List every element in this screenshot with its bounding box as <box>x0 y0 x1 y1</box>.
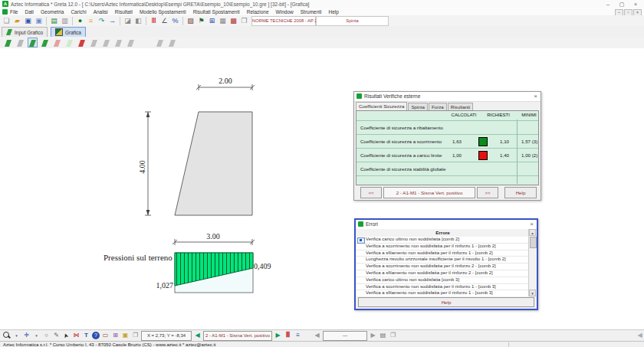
spinta-button[interactable]: Spinta <box>316 16 389 26</box>
menu-analisi[interactable]: Analisi <box>94 9 108 15</box>
menu-file[interactable]: File <box>10 9 18 15</box>
menu-carichi[interactable]: Carichi <box>71 9 86 15</box>
text-tool-icon[interactable]: T <box>82 331 90 340</box>
error-row[interactable]: Verifica a sfilamento non soddisfatta pe… <box>356 290 529 296</box>
pan-icon[interactable]: ✛ <box>22 331 31 340</box>
save-icon[interactable]: ▣ <box>23 16 33 26</box>
menu-modello-spostamenti[interactable]: Modello Spostamenti <box>140 9 186 15</box>
errors-help-button[interactable]: Help <box>358 297 534 307</box>
grid-icon[interactable]: ⊞ <box>207 16 217 26</box>
close-icon[interactable]: × <box>534 93 537 100</box>
combination-selector[interactable]: 2 - A1-M1 - Sisma Vert. positivo <box>383 187 475 198</box>
wall-view-8[interactable] <box>89 38 99 47</box>
error-row[interactable]: Lunghezza risvolto orizzontale insuffici… <box>356 257 529 264</box>
scroll-thumb[interactable] <box>530 237 537 248</box>
zoom-icon[interactable] <box>2 331 11 340</box>
section-angle-icon[interactable]: ∠ <box>159 16 169 26</box>
help-button[interactable]: Help <box>504 187 537 198</box>
flag-icon[interactable]: ⚑ <box>196 16 206 26</box>
drawing-canvas[interactable]: 2.00 4.00 3.00 <box>0 48 644 329</box>
menu-window[interactable]: Window <box>276 9 294 15</box>
new-window-icon[interactable]: ❐ <box>389 331 397 340</box>
results-tab-spinta[interactable]: Spinta <box>408 103 428 110</box>
open-icon[interactable]: ▰ <box>12 16 22 26</box>
chart-icon[interactable]: Ⅲ <box>284 331 292 340</box>
analysis-icon[interactable]: ◪ <box>123 16 133 26</box>
table-icon[interactable]: ⊞ <box>111 331 120 340</box>
menu-relazione[interactable]: Relazione <box>247 9 269 15</box>
image-icon[interactable]: ❐ <box>239 16 249 26</box>
capture-icon[interactable]: ▥ <box>60 16 70 26</box>
reinforcement-grid-icon[interactable]: Ⅲ <box>149 16 159 26</box>
maximize-button[interactable]: ▢ <box>616 1 627 8</box>
wall-view-6[interactable] <box>64 38 74 47</box>
cursor-icon[interactable]: ➤ <box>61 330 72 341</box>
results-tab-coefficienti-sicurezza[interactable]: Coefficienti Sicurezza <box>356 102 407 110</box>
dropdown-icon[interactable]: ▾ <box>12 331 21 340</box>
pencil-tool-icon[interactable]: ✎ <box>52 331 61 340</box>
error-row[interactable]: Verifica carico ultimo non soddisfatta [… <box>356 237 529 244</box>
next-combination-button[interactable]: >> <box>477 187 498 198</box>
results-tab-forza[interactable]: Forza <box>429 103 447 110</box>
prev-phase-icon[interactable]: ◀ <box>313 331 321 340</box>
minimize-button[interactable]: – <box>603 1 613 8</box>
wall-view-13[interactable] <box>167 38 177 47</box>
menu-geometria[interactable]: Geometria <box>41 9 64 15</box>
scroll-up-icon[interactable]: ▲ <box>529 229 536 236</box>
list-icon[interactable]: ≡ <box>294 331 302 340</box>
menu-strumenti[interactable]: Strumenti <box>301 9 322 15</box>
prev-combination-button[interactable]: << <box>360 187 382 198</box>
errors-scrollbar[interactable]: ▲ ▼ <box>528 229 536 296</box>
back-icon[interactable]: ◀ <box>636 331 644 340</box>
close-icon[interactable]: × <box>530 221 534 228</box>
wall-view-5[interactable] <box>52 38 62 47</box>
mesh-icon[interactable]: ▦ <box>218 16 228 26</box>
page-icon[interactable]: ❐ <box>131 331 140 340</box>
combination-combo[interactable]: 2 - A1-M1 - Sisma Vert. positivo <box>203 331 272 341</box>
section-tool-icon[interactable]: ⋈ <box>72 331 80 340</box>
wall-view-10[interactable] <box>113 38 123 47</box>
model-icon[interactable]: ◧ <box>133 16 143 26</box>
stratigraphy-icon[interactable]: ≡ <box>86 16 96 26</box>
error-row[interactable]: Verifica carico ultimo non soddisfatta [… <box>356 277 529 284</box>
wall-view-2[interactable] <box>15 38 25 47</box>
error-row[interactable]: Verifica a sfilamento non soddisfatta pe… <box>356 270 529 277</box>
export-icon[interactable]: ▤ <box>49 16 59 26</box>
materials-icon[interactable]: ● <box>75 16 85 26</box>
wall-view-9[interactable] <box>101 38 111 47</box>
load-ratio-icon[interactable]: % <box>170 16 180 26</box>
results-dialog-titlebar[interactable]: Risultati Verifiche esterne × <box>354 92 540 102</box>
vector-icon[interactable]: → <box>107 16 117 26</box>
next-combination-icon[interactable]: ▶ <box>274 331 282 340</box>
wall-view-4[interactable] <box>40 38 50 47</box>
menu-help[interactable]: Help <box>329 9 339 15</box>
wall-view-11[interactable] <box>126 38 136 47</box>
phase-combo[interactable]: — <box>323 331 367 341</box>
close-button[interactable]: × <box>630 1 641 8</box>
tab-grafica[interactable]: Grafica <box>51 27 86 37</box>
print-icon[interactable]: ▤ <box>379 331 387 340</box>
rebar-icon[interactable]: ▩ <box>228 16 238 26</box>
dropdown-icon[interactable]: ▾ <box>32 331 41 340</box>
wall-view-1[interactable] <box>3 38 13 47</box>
error-row[interactable]: Verifica a sfilamento non soddisfatta pe… <box>356 250 529 257</box>
next-phase-icon[interactable]: ▶ <box>369 331 377 340</box>
wall-check-icon[interactable]: ▨ <box>186 16 196 26</box>
error-row[interactable]: Verifica a scorrimento non soddisfatta p… <box>356 264 529 270</box>
error-row[interactable]: Verifica a scorrimento non soddisfatta p… <box>356 244 529 250</box>
menu-risultati-spostamenti[interactable]: Risultati Spostamenti <box>193 9 240 15</box>
results-tab-risultanti[interactable]: Risultanti <box>448 103 473 110</box>
layers-icon[interactable]: ▣ <box>121 331 130 340</box>
help-icon[interactable]: ? <box>92 332 100 339</box>
save-all-icon[interactable]: ▣ <box>34 16 44 26</box>
menu-dati[interactable]: Dati <box>25 9 34 15</box>
coordinates-display[interactable]: X = 2,73; Y = -8,34 <box>141 331 192 341</box>
circle-tool-icon[interactable]: ○ <box>42 331 51 340</box>
new-file-icon[interactable]: ❏ <box>2 16 12 26</box>
scroll-down-icon[interactable]: ▼ <box>529 290 536 296</box>
profile-icon[interactable]: ↷ <box>97 16 107 26</box>
ruler-icon[interactable]: ▭ <box>101 331 110 340</box>
wall-view-7[interactable] <box>77 38 87 47</box>
error-row[interactable]: Verifica a scorrimento non soddisfatta p… <box>356 284 529 291</box>
norme-tecniche-button[interactable]: NORME TECNICHE 2008 - AP 2 <box>251 16 316 26</box>
